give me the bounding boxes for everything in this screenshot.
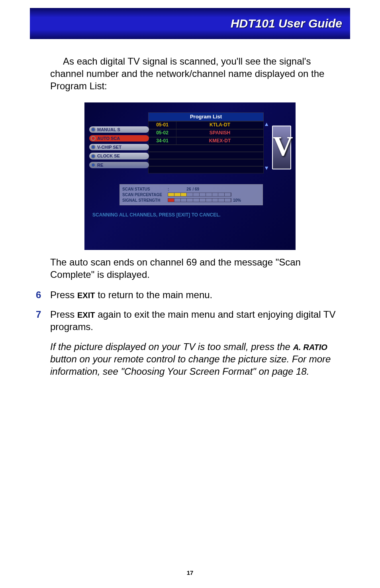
channel-name: KMEX-DT	[176, 138, 263, 145]
bar-segment	[206, 193, 212, 196]
key-name: A. RATIO	[293, 343, 327, 352]
bar-segment	[187, 193, 193, 196]
logo-letters: V	[268, 122, 296, 222]
bullet-icon	[91, 127, 96, 132]
bar-segment	[168, 193, 174, 196]
bar-segment	[193, 193, 200, 196]
progress-bar	[168, 198, 231, 202]
logo-letter: V	[272, 126, 291, 169]
channel-name: SPANISH	[176, 130, 263, 137]
step-item: 7 Press EXIT again to exit the main menu…	[36, 308, 344, 333]
scan-status-row: SCAN STATUS : 26 / 69	[122, 187, 260, 192]
bar-segment	[212, 193, 219, 196]
bar-segment	[193, 199, 200, 202]
table-row	[148, 159, 264, 166]
scan-note: SCANNING ALL CHANNELS, PRESS [EXIT] TO C…	[92, 212, 221, 218]
scan-status-label: SCAN STATUS	[122, 187, 166, 192]
sidebar-item: CLOCK SE	[89, 153, 149, 159]
bar-segment	[200, 199, 206, 202]
progress-bar	[168, 193, 231, 197]
text: If the picture displayed on your TV is t…	[50, 341, 293, 352]
table-row	[148, 166, 264, 173]
bar-segment	[181, 199, 187, 202]
step-item: 6 Press EXIT to return to the main menu.	[36, 289, 344, 301]
step-body: Press EXIT again to exit the main menu a…	[50, 308, 344, 333]
channel-number: 05-01	[149, 122, 176, 129]
sidebar-item: V-CHIP SET	[89, 144, 149, 150]
signal-strength-row: SIGNAL STRENGTH 10%	[122, 198, 260, 203]
channel-name: KTLA-DT	[176, 122, 263, 129]
bullet-icon	[91, 136, 96, 141]
scan-total: / 69	[192, 187, 199, 192]
table-row: 34-01 KMEX-DT	[148, 137, 264, 145]
table-row	[148, 145, 264, 152]
key-name: EXIT	[77, 311, 95, 319]
bullet-icon	[91, 163, 96, 167]
screenshot-caption: The auto scan ends on channel 69 and the…	[36, 256, 344, 281]
bar-segment	[174, 199, 181, 202]
signal-strength-label: SIGNAL STRENGTH	[122, 198, 166, 203]
channel-number: 05-02	[149, 130, 176, 137]
sidebar-item-label: MANUAL S	[97, 127, 120, 132]
intro-paragraph: As each digital TV signal is scanned, yo…	[36, 55, 344, 92]
table-row: 05-01 KTLA-DT	[148, 121, 264, 129]
table-row: 05-02 SPANISH	[148, 129, 264, 137]
step-body: Press EXIT to return to the main menu.	[50, 289, 344, 301]
note-paragraph: If the picture displayed on your TV is t…	[36, 340, 344, 378]
bar-segment	[168, 199, 174, 202]
sidebar-item-label: CLOCK SE	[97, 153, 120, 159]
side-menu: MANUAL S AUTO SCA V-CHIP SET CLOCK SE RE	[89, 126, 149, 171]
sidebar-item-label: AUTO SCA	[97, 136, 120, 141]
bar-segment	[200, 193, 206, 196]
page-header: HDT101 User Guide	[30, 8, 350, 39]
channel-number: 34-01	[149, 138, 176, 145]
page-content: As each digital TV signal is scanned, yo…	[0, 39, 380, 378]
signal-percent: 10%	[233, 198, 241, 203]
bar-segment	[187, 199, 193, 202]
sidebar-item: AUTO SCA	[89, 135, 149, 142]
bar-segment	[225, 193, 231, 196]
scan-status-box: SCAN STATUS : 26 / 69 SCAN PERCENTAGE	[119, 184, 263, 205]
key-name: EXIT	[77, 291, 95, 300]
text: to return to the main menu.	[95, 289, 212, 300]
program-list-header: Program List	[148, 112, 264, 122]
sidebar-item: MANUAL S	[89, 126, 149, 133]
scan-percentage-row: SCAN PERCENTAGE	[122, 192, 260, 197]
scan-percentage-label: SCAN PERCENTAGE	[122, 192, 166, 197]
text: Press	[50, 289, 77, 300]
bar-segment	[225, 199, 231, 202]
sidebar-item-label: RE	[97, 162, 103, 168]
separator: :	[168, 187, 169, 192]
tv-screenshot: Program List 05-01 KTLA-DT 05-02 SPANISH…	[84, 102, 296, 250]
text: Press	[50, 309, 77, 320]
scan-current: 26	[186, 187, 191, 192]
table-row	[148, 152, 264, 159]
bar-segment	[218, 193, 225, 196]
sidebar-item-label: V-CHIP SET	[97, 144, 121, 150]
bar-segment	[181, 193, 187, 196]
program-list-panel: Program List 05-01 KTLA-DT 05-02 SPANISH…	[148, 112, 264, 174]
sidebar-item: RE	[89, 162, 149, 168]
bullet-icon	[91, 154, 96, 159]
page-number: 17	[0, 569, 380, 576]
bar-segment	[212, 199, 219, 202]
bar-segment	[174, 193, 181, 196]
bullet-icon	[91, 145, 96, 149]
header-title: HDT101 User Guide	[231, 17, 342, 30]
bar-segment	[206, 199, 212, 202]
text: button on your remote control to change …	[50, 354, 331, 377]
step-number: 7	[36, 308, 45, 333]
steps-list: 6 Press EXIT to return to the main menu.…	[36, 289, 344, 333]
step-number: 6	[36, 289, 45, 301]
bar-segment	[218, 199, 225, 202]
